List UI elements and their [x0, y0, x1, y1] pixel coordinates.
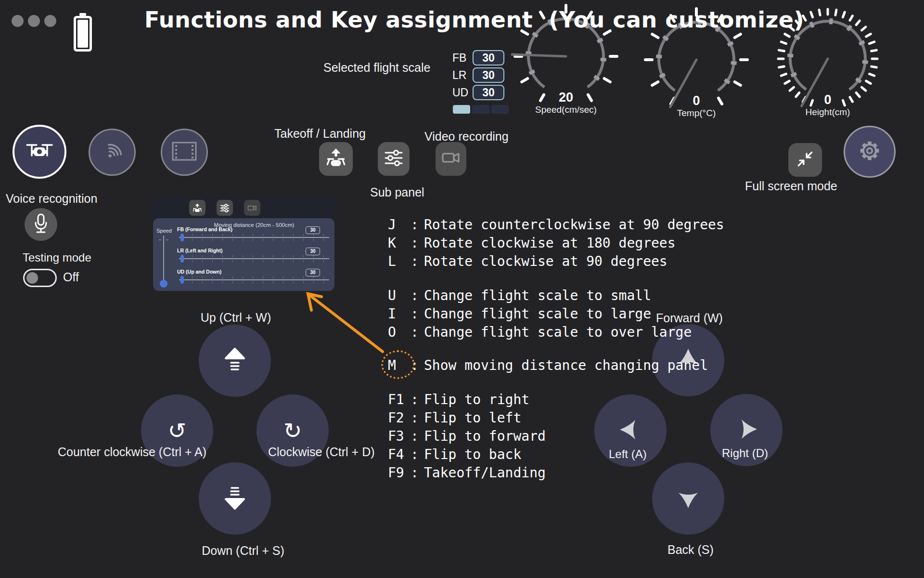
right-arrow-icon — [731, 414, 762, 447]
moving-distance-panel-thumbnail: Moving distance (20cm - 500cm) Speed FB … — [151, 197, 335, 293]
down-arrow-icon — [219, 482, 250, 515]
sliders-icon — [383, 147, 404, 171]
toggle-state-label: Off — [63, 270, 79, 284]
flight-scale-value: 30 — [473, 50, 504, 66]
full-screen-button[interactable] — [788, 143, 822, 177]
takeoff-drone-icon — [325, 147, 347, 171]
testing-mode-toggle[interactable] — [23, 269, 57, 287]
mini-slider-label: FB (Forward and Back) — [177, 226, 232, 232]
full-screen-label: Full screen mode — [745, 179, 837, 193]
rotate-cw-icon: ↻ — [283, 420, 302, 442]
toggle-knob — [26, 272, 38, 284]
window-control-dot[interactable] — [12, 15, 24, 27]
height-gauge-label: Height(cm) — [770, 107, 886, 118]
key-line: F1:Flip to right — [388, 392, 546, 410]
film-icon — [170, 137, 199, 168]
key-group-flight-scale: U:Change flight scale to small I:Change … — [388, 288, 692, 342]
back-arrow-icon — [673, 482, 704, 515]
sub-panel-label: Sub panel — [370, 185, 424, 199]
key-line: K:Rotate clockwise at 180 degrees — [388, 235, 724, 253]
mini-slider-label: LR (Left and Right) — [177, 248, 222, 253]
right-label: Right (D) — [722, 447, 768, 460]
mini-video-icon — [244, 200, 260, 216]
mini-slider — [179, 255, 329, 262]
key-line: F9:Takeoff/Landing — [388, 465, 546, 483]
drone-icon — [24, 135, 55, 168]
gear-icon — [856, 137, 884, 167]
down-button[interactable] — [199, 462, 271, 535]
back-button[interactable] — [652, 462, 724, 535]
key-line: I:Change flight scale to large — [388, 306, 692, 324]
tab-drone-control[interactable] — [13, 125, 66, 179]
flight-scale-value: 30 — [473, 67, 504, 83]
speed-gauge-value: 20 — [508, 90, 624, 105]
flight-scale-row: LR 30 — [452, 67, 504, 83]
left-arrow-icon — [615, 414, 646, 447]
mini-toolbar — [151, 197, 335, 219]
video-recording-label: Video recording — [424, 130, 509, 144]
key-line: F2:Flip to left — [388, 410, 546, 428]
key-line: F3:Flip to forward — [388, 428, 546, 447]
flight-scale-row: FB 30 — [452, 50, 504, 66]
scale-indicator-inactive — [472, 105, 489, 114]
forward-label: Forward (W) — [656, 311, 723, 325]
voice-recognition-button[interactable] — [25, 208, 57, 241]
window-control-dot[interactable] — [28, 15, 40, 27]
flight-scale-row: UD 30 — [452, 85, 504, 100]
microphone-icon — [32, 212, 50, 236]
mini-slider — [179, 276, 329, 283]
app-window: { "window": { "title": "Functions and Ke… — [0, 0, 924, 578]
compress-arrows-icon — [795, 149, 815, 171]
mini-slider — [179, 234, 329, 241]
key-line: O:Change flight scale to over large — [388, 324, 692, 342]
scale-indicator-inactive — [491, 105, 509, 114]
mini-slider-label: UD (Up and Down) — [177, 269, 221, 275]
testing-mode-label: Testing mode — [23, 251, 91, 264]
key-line: L:Rotate clockwise at 90 degrees — [388, 253, 724, 272]
voice-recognition-label: Voice recognition — [6, 192, 97, 206]
flight-scale-label: Selected flight scale — [323, 61, 430, 75]
window-control-dot[interactable] — [44, 15, 56, 27]
tab-wifi[interactable] — [89, 129, 136, 176]
video-camera-icon — [440, 147, 462, 171]
flight-scale-axis-label: LR — [452, 69, 473, 82]
mini-slider-value: 30 — [306, 248, 320, 255]
clockwise-label: Clockwise (Ctrl + D) — [268, 445, 375, 459]
battery-icon — [74, 16, 92, 52]
up-button[interactable] — [199, 325, 271, 397]
settings-button[interactable] — [844, 126, 896, 178]
sub-panel-button[interactable] — [378, 142, 410, 176]
mini-takeoff-icon — [189, 200, 205, 216]
key-group-panel: M:Show moving distance changing panel — [388, 357, 708, 376]
flight-scale-axis-label: FB — [452, 52, 473, 65]
temp-gauge-value: 0 — [639, 93, 754, 108]
key-group-rotation: J:Rotate counterclockwise at 90 degrees … — [388, 217, 724, 272]
highlight-circle — [381, 350, 415, 379]
mini-sliders-icon — [217, 200, 233, 216]
speed-gauge-label: Speed(cm/sec) — [508, 105, 624, 115]
up-label: Up (Ctrl + W) — [197, 311, 274, 325]
tab-video-library[interactable] — [161, 129, 208, 176]
key-line: F4:Flip to back — [388, 447, 546, 465]
rotate-ccw-icon: ↺ — [168, 420, 187, 442]
down-label: Down (Ctrl + S) — [197, 544, 289, 558]
mini-speed-knob — [160, 280, 167, 288]
key-group-flips: F1:Flip to right F2:Flip to left F3:Flip… — [388, 392, 546, 483]
back-label: Back (S) — [667, 543, 714, 557]
mini-panel-body: Moving distance (20cm - 500cm) Speed FB … — [153, 218, 334, 291]
counter-clockwise-label: Counter clockwise (Ctrl + A) — [58, 445, 206, 459]
temp-gauge-label: Temp(°C) — [639, 108, 754, 118]
mini-speed-slider — [159, 236, 168, 288]
left-label: Left (A) — [609, 447, 647, 461]
mini-speed-label: Speed — [156, 228, 172, 234]
takeoff-landing-label: Takeoff / Landing — [274, 127, 366, 141]
mini-slider-value: 30 — [306, 269, 320, 276]
key-line: J:Rotate counterclockwise at 90 degrees — [388, 217, 724, 235]
scale-indicator-active — [453, 105, 470, 114]
key-line: U:Change flight scale to small — [388, 288, 692, 306]
wifi-icon — [98, 137, 127, 168]
video-recording-button[interactable] — [436, 142, 466, 176]
page-title: Functions and Key assignment (You can cu… — [144, 7, 804, 33]
takeoff-landing-button[interactable] — [319, 142, 353, 176]
key-line-highlighted: M:Show moving distance changing panel — [388, 357, 708, 376]
